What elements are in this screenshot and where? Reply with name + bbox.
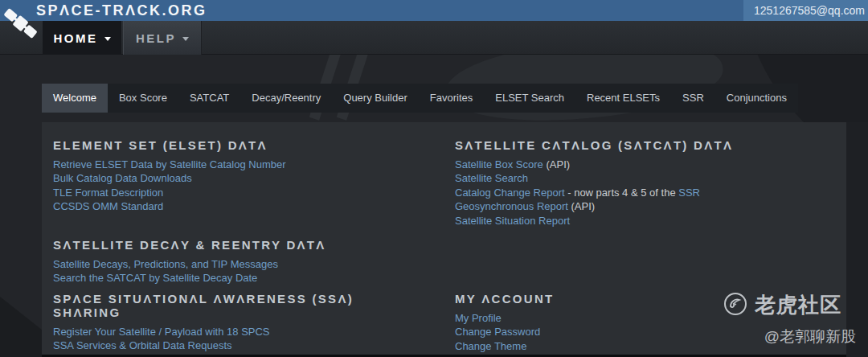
link-suffix-text: (API) [568,200,595,212]
link-my-profile[interactable]: My Profile [455,312,502,324]
site-logo-text[interactable]: SPΛCE-TRΛCK.ORG [36,0,207,21]
link-satellite-situation-report[interactable]: Satellite Situation Report [455,215,570,227]
tab-conjunctions[interactable]: Conjunctions [715,84,798,113]
help-menu-button[interactable]: HELP [123,21,202,55]
link-retrieve-elset[interactable]: Retrieve ELSET Data by Satellite Catalog… [53,158,286,170]
user-email-menu[interactable]: 1251267585@qq.com [743,0,868,21]
chevron-down-icon [104,37,111,41]
home-menu-label: HOME [54,31,98,45]
link-satellite-box-score[interactable]: Satellite Box Score [455,158,543,170]
section-satcat-data: SΛTELLITE CΛTΛLOG (SΛTCΛT) DΛTΛ Satellit… [455,138,733,228]
section-title: SPΛCE SITUΛTIONΛL ΛWΛRENESS (SSΛ) SHΛRIN… [53,292,383,319]
section-title: MY ΛCCOUNT [455,292,555,306]
section-ssa-sharing: SPΛCE SITUΛTIONΛL ΛWΛRENESS (SSΛ) SHΛRIN… [53,292,383,357]
link-tle-format[interactable]: TLE Format Description [53,187,163,199]
link-search-satcat-decay-date[interactable]: Search the SATCAT by Satellite Decay Dat… [53,272,257,284]
link-mid-text: - now parts 4 & 5 of the [565,187,679,199]
tab-ssr[interactable]: SSR [671,84,715,113]
section-my-account: MY ΛCCOUNT My Profile Change Password Ch… [455,292,555,357]
home-menu-button[interactable]: HOME [43,21,121,55]
link-register-satellite-18spcs[interactable]: Register Your Satellite / Payload with 1… [53,326,270,338]
link-ssa-services-orbital-requests[interactable]: SSA Services & Orbital Data Requests [53,339,232,351]
welcome-content-panel: ELEMENT SET (ELSET) DΛTΛ Retrieve ELSET … [42,122,846,357]
section-title: ELEMENT SET (ELSET) DΛTΛ [53,138,286,152]
link-satellite-search[interactable]: Satellite Search [455,172,528,184]
link-geosynchronous-report[interactable]: Geosynchronous Report [455,200,568,212]
top-bar: SPΛCE-TRΛCK.ORG 1251267585@qq.com [0,0,868,21]
main-navbar: HOME HELP [0,21,868,55]
tab-recent-elsets[interactable]: Recent ELSETs [575,84,671,113]
tab-favorites[interactable]: Favorites [419,84,484,113]
tab-decay-reentry[interactable]: Decay/Reentry [240,84,332,113]
link-ccsds-omm[interactable]: CCSDS OMM Standard [53,200,163,212]
link-suffix-text: (API) [543,158,570,170]
background-emblem-shape [846,122,868,357]
space-track-page: SPΛCE-TRΛCK.ORG 1251267585@qq.com HOME H… [0,0,868,357]
link-change-theme[interactable]: Change Theme [455,340,526,352]
section-title: SΛTELLITE CΛTΛLOG (SΛTCΛT) DΛTΛ [455,138,733,152]
link-bulk-catalog-downloads[interactable]: Bulk Catalog Data Downloads [53,172,192,184]
link-satellite-decays-tip[interactable]: Satellite Decays, Predictions, and TIP M… [53,258,278,270]
tab-elset-search[interactable]: ELSET Search [484,84,575,113]
link-change-password[interactable]: Change Password [455,326,540,338]
section-title: SΛTELLITE DECΛY & REENTRY DΛTΛ [53,238,326,252]
tab-box-score[interactable]: Box Score [108,84,178,113]
section-decay-reentry-data: SΛTELLITE DECΛY & REENTRY DΛTΛ Satellite… [53,238,326,285]
link-catalog-change-report[interactable]: Catalog Change Report [455,187,565,199]
tab-welcome[interactable]: Welcome [42,84,108,113]
link-ssr[interactable]: SSR [678,187,700,199]
tab-query-builder[interactable]: Query Builder [332,84,418,113]
tab-bar: Welcome Box Score SATCAT Decay/Reentry Q… [42,84,798,113]
tab-satcat[interactable]: SATCAT [178,84,240,113]
help-menu-label: HELP [136,31,176,45]
section-elset-data: ELEMENT SET (ELSET) DΛTΛ Retrieve ELSET … [53,138,286,214]
satellite-logo-icon[interactable] [1,2,41,47]
chevron-down-icon [182,37,189,41]
